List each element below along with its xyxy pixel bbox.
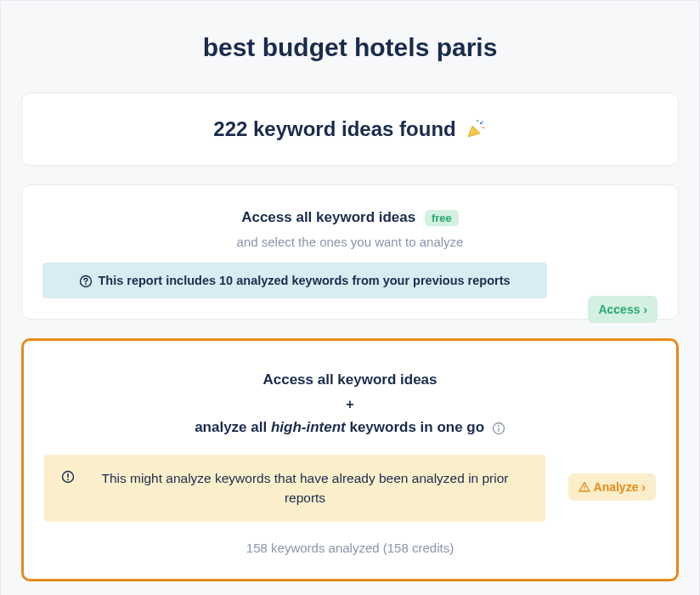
analyze-button-label: Analyze › <box>594 480 646 494</box>
prior-reports-text: This report includes 10 analyzed keyword… <box>98 274 510 287</box>
access-button-label: Access › <box>598 303 647 316</box>
analyze-line2-prefix: analyze all <box>195 419 271 435</box>
access-heading: Access all keyword ideas free <box>42 209 658 226</box>
svg-rect-7 <box>498 428 499 432</box>
access-block: Access all keyword ideas free and select… <box>21 184 679 320</box>
party-popper-icon <box>465 118 487 140</box>
svg-point-4 <box>86 283 88 285</box>
credits-text: 158 keywords analyzed (158 credits) <box>44 541 656 555</box>
analyze-button[interactable]: Analyze › <box>568 473 656 501</box>
access-button[interactable]: Access › <box>588 296 658 323</box>
svg-point-9 <box>584 489 585 490</box>
info-icon[interactable] <box>492 422 505 435</box>
results-count: 222 keyword ideas found <box>42 117 658 141</box>
svg-point-0 <box>480 122 482 124</box>
svg-point-1 <box>483 127 484 128</box>
svg-point-6 <box>498 425 500 427</box>
svg-point-12 <box>67 479 69 480</box>
analyze-subheading: analyze all high-intent keywords in one … <box>44 419 656 436</box>
analyze-heading: Access all keyword ideas <box>44 371 656 388</box>
analyze-block: Access all keyword ideas + analyze all h… <box>21 338 679 581</box>
analyze-line2-em: high-intent <box>271 419 346 435</box>
svg-rect-8 <box>584 485 584 488</box>
results-card: 222 keyword ideas found <box>21 93 679 166</box>
access-heading-text: Access all keyword ideas <box>241 209 415 225</box>
alert-circle-icon <box>61 470 75 484</box>
free-badge: free <box>425 210 459 226</box>
access-subtext: and select the ones you want to analyze <box>42 235 658 249</box>
analyze-line2-suffix: keywords in one go <box>346 419 484 435</box>
analyze-warning-text: This might analyze keywords that have al… <box>82 468 528 508</box>
help-circle-icon <box>79 275 93 288</box>
prior-reports-notice: This report includes 10 analyzed keyword… <box>42 263 547 298</box>
results-count-text: 222 keyword ideas found <box>213 117 455 141</box>
warning-triangle-icon <box>579 481 590 493</box>
svg-rect-11 <box>67 473 69 478</box>
plus-separator: + <box>44 397 656 412</box>
svg-point-2 <box>477 120 478 122</box>
analyze-warning: This might analyze keywords that have al… <box>44 455 545 522</box>
page-title: best budget hotels paris <box>21 33 679 62</box>
